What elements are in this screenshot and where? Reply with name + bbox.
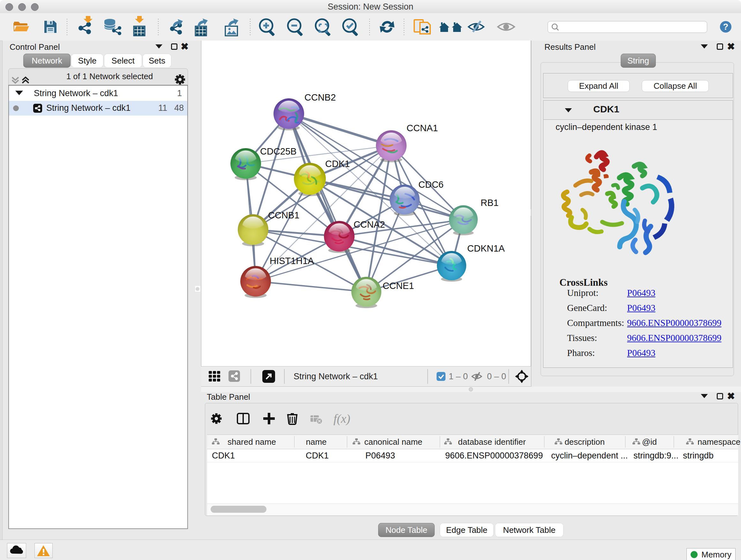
svg-text:CDC25B: CDC25B <box>260 146 296 157</box>
svg-text:CCNB1: CCNB1 <box>268 210 299 220</box>
svg-text:?: ? <box>723 22 729 32</box>
svg-text:CCNA1: CCNA1 <box>407 123 438 133</box>
svg-text:HIST1H1A: HIST1H1A <box>270 256 314 266</box>
svg-text:CCNE1: CCNE1 <box>383 281 414 291</box>
svg-text:0 – 0: 0 – 0 <box>487 372 506 381</box>
svg-text:f(x): f(x) <box>333 412 350 426</box>
svg-text:CCNB2: CCNB2 <box>305 92 336 103</box>
svg-text:CDC6: CDC6 <box>418 179 444 190</box>
svg-text:CCNA2: CCNA2 <box>354 219 385 230</box>
svg-text:RB1: RB1 <box>481 198 498 208</box>
svg-text:CDK1: CDK1 <box>325 159 350 169</box>
svg-text:1 – 0: 1 – 0 <box>449 372 468 381</box>
svg-text:String Network – cdk1: String Network – cdk1 <box>293 372 378 381</box>
svg-text:CDKN1A: CDKN1A <box>467 243 505 253</box>
